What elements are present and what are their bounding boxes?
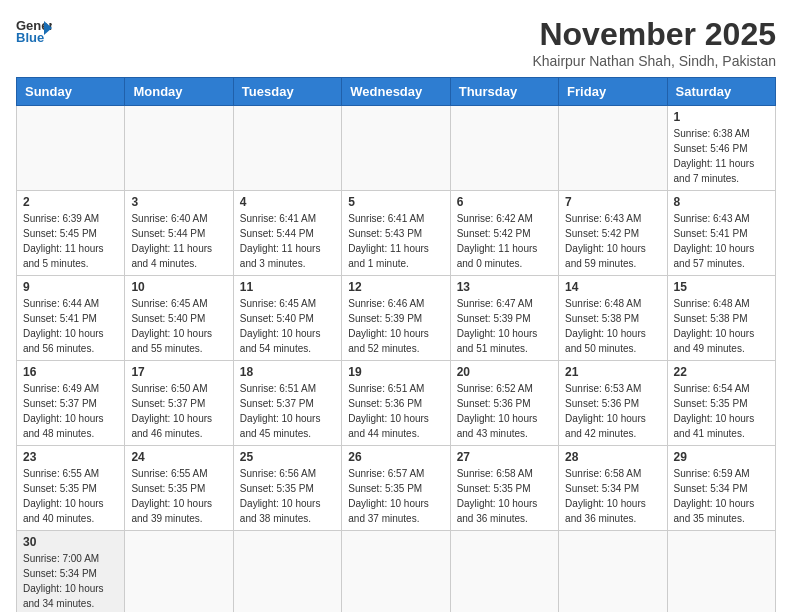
day-number: 24 (131, 450, 226, 464)
day-info: Sunrise: 6:43 AM Sunset: 5:41 PM Dayligh… (674, 211, 769, 271)
calendar-week-row: 2Sunrise: 6:39 AM Sunset: 5:45 PM Daylig… (17, 191, 776, 276)
day-info: Sunrise: 6:59 AM Sunset: 5:34 PM Dayligh… (674, 466, 769, 526)
day-info: Sunrise: 6:48 AM Sunset: 5:38 PM Dayligh… (565, 296, 660, 356)
day-info: Sunrise: 6:45 AM Sunset: 5:40 PM Dayligh… (131, 296, 226, 356)
day-number: 11 (240, 280, 335, 294)
calendar-day-cell: 26Sunrise: 6:57 AM Sunset: 5:35 PM Dayli… (342, 446, 450, 531)
calendar-day-cell: 29Sunrise: 6:59 AM Sunset: 5:34 PM Dayli… (667, 446, 775, 531)
calendar-day-cell: 19Sunrise: 6:51 AM Sunset: 5:36 PM Dayli… (342, 361, 450, 446)
weekday-header-sunday: Sunday (17, 78, 125, 106)
day-number: 3 (131, 195, 226, 209)
calendar-day-cell: 27Sunrise: 6:58 AM Sunset: 5:35 PM Dayli… (450, 446, 558, 531)
page-header: General Blue November 2025 Khairpur Nath… (16, 16, 776, 69)
day-number: 17 (131, 365, 226, 379)
day-number: 2 (23, 195, 118, 209)
day-number: 8 (674, 195, 769, 209)
calendar-day-cell (559, 106, 667, 191)
weekday-header-wednesday: Wednesday (342, 78, 450, 106)
day-info: Sunrise: 6:58 AM Sunset: 5:35 PM Dayligh… (457, 466, 552, 526)
calendar-day-cell: 8Sunrise: 6:43 AM Sunset: 5:41 PM Daylig… (667, 191, 775, 276)
day-info: Sunrise: 6:49 AM Sunset: 5:37 PM Dayligh… (23, 381, 118, 441)
calendar-day-cell: 3Sunrise: 6:40 AM Sunset: 5:44 PM Daylig… (125, 191, 233, 276)
day-info: Sunrise: 6:50 AM Sunset: 5:37 PM Dayligh… (131, 381, 226, 441)
logo-icon: General Blue (16, 16, 52, 46)
weekday-header-row: SundayMondayTuesdayWednesdayThursdayFrid… (17, 78, 776, 106)
day-info: Sunrise: 6:57 AM Sunset: 5:35 PM Dayligh… (348, 466, 443, 526)
day-number: 5 (348, 195, 443, 209)
calendar-day-cell (233, 531, 341, 613)
calendar-day-cell: 13Sunrise: 6:47 AM Sunset: 5:39 PM Dayli… (450, 276, 558, 361)
day-info: Sunrise: 6:39 AM Sunset: 5:45 PM Dayligh… (23, 211, 118, 271)
calendar-day-cell: 5Sunrise: 6:41 AM Sunset: 5:43 PM Daylig… (342, 191, 450, 276)
calendar-day-cell: 11Sunrise: 6:45 AM Sunset: 5:40 PM Dayli… (233, 276, 341, 361)
day-number: 18 (240, 365, 335, 379)
title-section: November 2025 Khairpur Nathan Shah, Sind… (532, 16, 776, 69)
day-number: 23 (23, 450, 118, 464)
svg-text:Blue: Blue (16, 30, 44, 45)
calendar-day-cell (342, 531, 450, 613)
logo: General Blue (16, 16, 52, 46)
day-number: 16 (23, 365, 118, 379)
calendar-day-cell: 2Sunrise: 6:39 AM Sunset: 5:45 PM Daylig… (17, 191, 125, 276)
day-number: 20 (457, 365, 552, 379)
calendar-day-cell (450, 106, 558, 191)
calendar-week-row: 16Sunrise: 6:49 AM Sunset: 5:37 PM Dayli… (17, 361, 776, 446)
day-info: Sunrise: 6:58 AM Sunset: 5:34 PM Dayligh… (565, 466, 660, 526)
calendar-day-cell: 9Sunrise: 6:44 AM Sunset: 5:41 PM Daylig… (17, 276, 125, 361)
day-info: Sunrise: 6:55 AM Sunset: 5:35 PM Dayligh… (23, 466, 118, 526)
calendar-day-cell: 30Sunrise: 7:00 AM Sunset: 5:34 PM Dayli… (17, 531, 125, 613)
day-info: Sunrise: 6:41 AM Sunset: 5:43 PM Dayligh… (348, 211, 443, 271)
day-number: 25 (240, 450, 335, 464)
day-info: Sunrise: 6:44 AM Sunset: 5:41 PM Dayligh… (23, 296, 118, 356)
day-number: 27 (457, 450, 552, 464)
calendar-day-cell (233, 106, 341, 191)
calendar-day-cell (450, 531, 558, 613)
day-info: Sunrise: 6:54 AM Sunset: 5:35 PM Dayligh… (674, 381, 769, 441)
day-number: 4 (240, 195, 335, 209)
calendar-day-cell: 25Sunrise: 6:56 AM Sunset: 5:35 PM Dayli… (233, 446, 341, 531)
day-number: 15 (674, 280, 769, 294)
location: Khairpur Nathan Shah, Sindh, Pakistan (532, 53, 776, 69)
day-number: 6 (457, 195, 552, 209)
day-info: Sunrise: 6:43 AM Sunset: 5:42 PM Dayligh… (565, 211, 660, 271)
calendar-day-cell (17, 106, 125, 191)
calendar-table: SundayMondayTuesdayWednesdayThursdayFrid… (16, 77, 776, 612)
day-number: 12 (348, 280, 443, 294)
weekday-header-monday: Monday (125, 78, 233, 106)
calendar-day-cell (125, 106, 233, 191)
calendar-day-cell: 23Sunrise: 6:55 AM Sunset: 5:35 PM Dayli… (17, 446, 125, 531)
day-number: 29 (674, 450, 769, 464)
day-info: Sunrise: 6:42 AM Sunset: 5:42 PM Dayligh… (457, 211, 552, 271)
day-info: Sunrise: 7:00 AM Sunset: 5:34 PM Dayligh… (23, 551, 118, 611)
calendar-day-cell: 15Sunrise: 6:48 AM Sunset: 5:38 PM Dayli… (667, 276, 775, 361)
calendar-week-row: 9Sunrise: 6:44 AM Sunset: 5:41 PM Daylig… (17, 276, 776, 361)
calendar-day-cell (559, 531, 667, 613)
day-number: 9 (23, 280, 118, 294)
day-info: Sunrise: 6:40 AM Sunset: 5:44 PM Dayligh… (131, 211, 226, 271)
day-number: 22 (674, 365, 769, 379)
day-info: Sunrise: 6:53 AM Sunset: 5:36 PM Dayligh… (565, 381, 660, 441)
calendar-day-cell: 7Sunrise: 6:43 AM Sunset: 5:42 PM Daylig… (559, 191, 667, 276)
day-number: 14 (565, 280, 660, 294)
day-number: 13 (457, 280, 552, 294)
day-number: 30 (23, 535, 118, 549)
day-info: Sunrise: 6:55 AM Sunset: 5:35 PM Dayligh… (131, 466, 226, 526)
day-number: 21 (565, 365, 660, 379)
calendar-day-cell (342, 106, 450, 191)
day-number: 26 (348, 450, 443, 464)
calendar-day-cell: 10Sunrise: 6:45 AM Sunset: 5:40 PM Dayli… (125, 276, 233, 361)
day-number: 7 (565, 195, 660, 209)
calendar-week-row: 23Sunrise: 6:55 AM Sunset: 5:35 PM Dayli… (17, 446, 776, 531)
calendar-day-cell: 16Sunrise: 6:49 AM Sunset: 5:37 PM Dayli… (17, 361, 125, 446)
calendar-day-cell: 4Sunrise: 6:41 AM Sunset: 5:44 PM Daylig… (233, 191, 341, 276)
day-info: Sunrise: 6:51 AM Sunset: 5:36 PM Dayligh… (348, 381, 443, 441)
calendar-day-cell: 14Sunrise: 6:48 AM Sunset: 5:38 PM Dayli… (559, 276, 667, 361)
day-info: Sunrise: 6:56 AM Sunset: 5:35 PM Dayligh… (240, 466, 335, 526)
weekday-header-friday: Friday (559, 78, 667, 106)
calendar-day-cell: 18Sunrise: 6:51 AM Sunset: 5:37 PM Dayli… (233, 361, 341, 446)
day-number: 28 (565, 450, 660, 464)
month-title: November 2025 (532, 16, 776, 53)
day-info: Sunrise: 6:51 AM Sunset: 5:37 PM Dayligh… (240, 381, 335, 441)
calendar-day-cell: 1Sunrise: 6:38 AM Sunset: 5:46 PM Daylig… (667, 106, 775, 191)
day-info: Sunrise: 6:48 AM Sunset: 5:38 PM Dayligh… (674, 296, 769, 356)
